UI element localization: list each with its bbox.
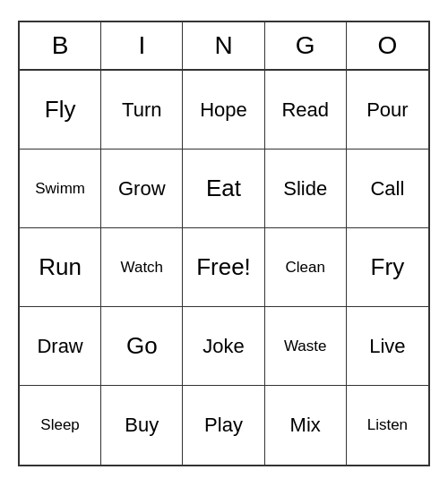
bingo-cell: Fly: [20, 71, 101, 150]
bingo-cell: Eat: [183, 150, 264, 228]
bingo-cell: Swimm: [20, 150, 101, 228]
bingo-cell: Read: [265, 71, 347, 150]
header-letter: G: [265, 22, 347, 69]
cell-text: Joke: [202, 335, 244, 358]
cell-text: Draw: [37, 335, 82, 358]
header-letter: O: [347, 22, 428, 69]
bingo-cell: Waste: [265, 307, 347, 386]
bingo-cell: Turn: [101, 71, 183, 150]
bingo-cell: Slide: [265, 150, 347, 228]
bingo-cell: Go: [101, 307, 183, 386]
bingo-cell: Clean: [265, 228, 347, 307]
header-letter: I: [101, 22, 183, 69]
cell-text: Fly: [45, 96, 76, 124]
header-letter: N: [183, 22, 264, 69]
cell-text: Swimm: [35, 180, 85, 198]
bingo-cell: Live: [347, 307, 428, 386]
cell-text: Slide: [283, 177, 327, 201]
cell-text: Read: [281, 98, 329, 122]
bingo-cell: Sleep: [20, 386, 101, 465]
cell-text: Waste: [284, 337, 327, 355]
cell-text: Mix: [290, 414, 321, 437]
cell-text: Turn: [122, 98, 161, 122]
bingo-cell: Grow: [101, 150, 183, 228]
cell-text: Watch: [121, 259, 164, 277]
bingo-card: BINGO FlyTurnHopeReadPourSwimmGrowEatSli…: [18, 21, 430, 466]
bingo-cell: Fry: [347, 228, 428, 307]
header-letter: B: [20, 22, 101, 69]
bingo-cell: Listen: [347, 386, 428, 465]
cell-text: Call: [370, 177, 404, 201]
cell-text: Fry: [371, 253, 405, 281]
bingo-cell: Pour: [347, 71, 428, 150]
bingo-cell: Joke: [183, 307, 264, 386]
bingo-cell: Play: [183, 386, 264, 465]
cell-text: Run: [39, 253, 82, 281]
bingo-cell: Call: [347, 150, 428, 228]
bingo-header: BINGO: [20, 22, 428, 71]
bingo-cell: Watch: [101, 228, 183, 307]
cell-text: Grow: [118, 177, 166, 201]
bingo-cell: Mix: [265, 386, 347, 465]
cell-text: Hope: [200, 98, 247, 122]
cell-text: Sleep: [40, 416, 79, 434]
cell-text: Live: [369, 335, 405, 358]
cell-text: Clean: [285, 259, 324, 277]
cell-text: Listen: [367, 416, 408, 434]
bingo-cell: Run: [20, 228, 101, 307]
cell-text: Pour: [366, 98, 408, 122]
bingo-grid: FlyTurnHopeReadPourSwimmGrowEatSlideCall…: [20, 71, 428, 465]
cell-text: Play: [204, 414, 243, 437]
cell-text: Eat: [206, 175, 241, 202]
bingo-cell: Free!: [183, 228, 264, 307]
cell-text: Free!: [196, 253, 251, 281]
bingo-cell: Hope: [183, 71, 264, 150]
bingo-cell: Buy: [101, 386, 183, 465]
cell-text: Go: [126, 332, 158, 360]
cell-text: Buy: [125, 414, 159, 437]
bingo-cell: Draw: [20, 307, 101, 386]
